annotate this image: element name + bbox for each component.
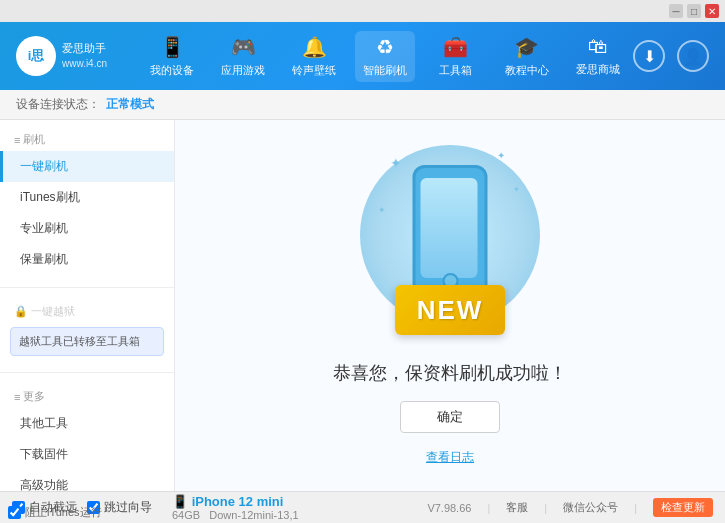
customer-service-link[interactable]: 客服 <box>506 500 528 515</box>
update-button[interactable]: 检查更新 <box>653 498 713 517</box>
nav-tutorial[interactable]: 🎓 教程中心 <box>497 35 557 78</box>
download-button[interactable]: ⬇ <box>633 40 665 72</box>
maximize-button[interactable]: □ <box>687 4 701 18</box>
sparkle-4: ✦ <box>378 205 386 215</box>
logo-text: 爱思助手 www.i4.cn <box>62 41 107 70</box>
confirm-button[interactable]: 确定 <box>400 401 500 433</box>
sidebar-more-header: ≡ 更多 <box>0 385 174 408</box>
success-title: 恭喜您，保资料刷机成功啦！ <box>333 361 567 385</box>
sidebar-jailbreak-section: 🔒 一键越狱 越狱工具已转移至工具箱 <box>0 292 174 368</box>
store-icon: 🛍 <box>588 35 608 58</box>
ringtone-icon: 🔔 <box>302 35 327 59</box>
new-badge: NEW <box>395 285 505 335</box>
sidebar-item-itunes-flash[interactable]: iTunes刷机 <box>0 182 174 213</box>
nav-my-device[interactable]: 📱 我的设备 <box>142 35 202 78</box>
user-button[interactable]: 👤 <box>677 40 709 72</box>
sparkle-3: ✦ <box>513 185 520 194</box>
logo-icon: i思 <box>16 36 56 76</box>
itunes-checkbox[interactable] <box>8 506 21 519</box>
sidebar-item-advanced[interactable]: 高级功能 <box>0 470 174 491</box>
sidebar-item-download-fw[interactable]: 下载固件 <box>0 439 174 470</box>
nav-ringtone[interactable]: 🔔 铃声壁纸 <box>284 35 344 78</box>
device-info: 📱 iPhone 12 mini 64GB Down-12mini-13,1 <box>172 494 299 521</box>
logo-area: i思 爱思助手 www.i4.cn <box>16 36 107 76</box>
sidebar-divider-1 <box>0 287 174 288</box>
status-bar: 设备连接状态： 正常模式 <box>0 90 725 120</box>
header: i思 爱思助手 www.i4.cn 📱 我的设备 🎮 应用游戏 🔔 铃声壁纸 ♻… <box>0 22 725 90</box>
main-layout: ≡ 刷机 一键刷机 iTunes刷机 专业刷机 保量刷机 🔒 一键越狱 越狱工具… <box>0 120 725 491</box>
nav-smart-flash[interactable]: ♻ 智能刷机 <box>355 31 415 82</box>
sidebar-flash-section: ≡ 刷机 一键刷机 iTunes刷机 专业刷机 保量刷机 <box>0 120 174 283</box>
nav-bar: 📱 我的设备 🎮 应用游戏 🔔 铃声壁纸 ♻ 智能刷机 🧰 工具箱 🎓 教程中心… <box>137 31 633 82</box>
sparkle-2: ✦ <box>497 150 505 161</box>
sidebar-jailbreak-header: 🔒 一键越狱 <box>0 300 174 323</box>
sidebar-item-pro-flash[interactable]: 专业刷机 <box>0 213 174 244</box>
phone-body <box>413 165 488 300</box>
device-name: 📱 iPhone 12 mini <box>172 494 299 509</box>
sidebar: ≡ 刷机 一键刷机 iTunes刷机 专业刷机 保量刷机 🔒 一键越狱 越狱工具… <box>0 120 175 491</box>
nav-toolbox[interactable]: 🧰 工具箱 <box>426 35 486 78</box>
minimize-button[interactable]: ─ <box>669 4 683 18</box>
itunes-bar: 阻止iTunes运行 <box>0 501 110 523</box>
wechat-link[interactable]: 微信公众号 <box>563 500 618 515</box>
sidebar-divider-2 <box>0 372 174 373</box>
bottom-bar: 自动截远 跳过向导 📱 iPhone 12 mini 64GB Down-12m… <box>0 491 725 523</box>
device-detail: 64GB Down-12mini-13,1 <box>172 509 299 521</box>
sidebar-item-one-key-flash[interactable]: 一键刷机 <box>0 151 174 182</box>
sidebar-warning: 越狱工具已转移至工具箱 <box>10 327 164 356</box>
sparkle-1: ✦ <box>390 155 402 171</box>
flash-icon: ♻ <box>376 35 394 59</box>
phone-icon: 📱 <box>160 35 185 59</box>
phone-illustration: ✦ ✦ ✦ ✦ NEW <box>360 145 540 345</box>
sidebar-item-other-tools[interactable]: 其他工具 <box>0 408 174 439</box>
apps-icon: 🎮 <box>231 35 256 59</box>
tutorial-icon: 🎓 <box>514 35 539 59</box>
recheck-link[interactable]: 查看日志 <box>426 449 474 466</box>
phone-screen <box>421 178 478 278</box>
sidebar-flash-header: ≡ 刷机 <box>0 128 174 151</box>
nav-store[interactable]: 🛍 爱思商城 <box>568 35 628 77</box>
sidebar-item-save-flash[interactable]: 保量刷机 <box>0 244 174 275</box>
sidebar-more-section: ≡ 更多 其他工具 下载固件 高级功能 <box>0 377 174 491</box>
header-right: ⬇ 👤 <box>633 40 709 72</box>
bottom-right: V7.98.66 | 客服 | 微信公众号 | 检查更新 <box>427 498 713 517</box>
close-button[interactable]: ✕ <box>705 4 719 18</box>
success-container: ✦ ✦ ✦ ✦ NEW 恭喜您，保资料刷机成功啦！ 确定 查看日志 <box>333 145 567 466</box>
nav-apps-games[interactable]: 🎮 应用游戏 <box>213 35 273 78</box>
toolbox-icon: 🧰 <box>443 35 468 59</box>
content-area: ✦ ✦ ✦ ✦ NEW 恭喜您，保资料刷机成功啦！ 确定 查看日志 <box>175 120 725 491</box>
title-bar: ─ □ ✕ <box>0 0 725 22</box>
